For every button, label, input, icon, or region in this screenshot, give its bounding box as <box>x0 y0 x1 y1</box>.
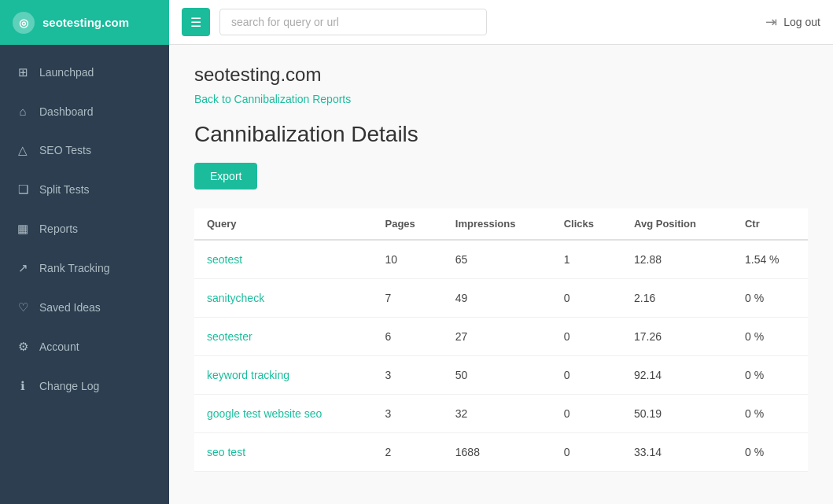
sidebar-label-rank-tracking: Rank Tracking <box>39 262 109 274</box>
sidebar-item-dashboard[interactable]: ⌂ Dashboard <box>0 92 169 131</box>
clicks-cell: 0 <box>551 433 621 472</box>
pages-cell: 3 <box>373 395 443 433</box>
search-input[interactable] <box>219 9 487 35</box>
ctr-cell: 1.54 % <box>732 240 808 279</box>
sidebar: ◎ seotesting.com ⊞ Launchpad ⌂ Dashboard… <box>0 0 169 504</box>
table-row: seotester 6 27 0 17.26 0 % <box>194 318 808 356</box>
sidebar-item-reports[interactable]: ▦ Reports <box>0 209 169 248</box>
impressions-cell: 32 <box>443 395 551 433</box>
col-header-query: Query <box>194 208 373 240</box>
sidebar-item-change-log[interactable]: ℹ Change Log <box>0 366 169 406</box>
query-cell[interactable]: google test website seo <box>194 395 373 433</box>
split-tests-icon: ❑ <box>16 182 30 197</box>
impressions-cell: 65 <box>443 240 551 279</box>
account-icon: ⚙ <box>16 340 30 354</box>
table-row: google test website seo 3 32 0 50.19 0 % <box>194 395 808 433</box>
sidebar-item-split-tests[interactable]: ❑ Split Tests <box>0 170 169 209</box>
sidebar-label-dashboard: Dashboard <box>39 105 94 118</box>
impressions-cell: 1688 <box>443 433 551 472</box>
sidebar-item-saved-ideas[interactable]: ♡ Saved Ideas <box>0 288 169 327</box>
sidebar-nav: ⊞ Launchpad ⌂ Dashboard △ SEO Tests ❑ Sp… <box>0 45 169 406</box>
avg-position-cell: 17.26 <box>621 318 732 356</box>
site-title: seotesting.com <box>194 64 808 86</box>
ctr-cell: 0 % <box>732 279 808 318</box>
change-log-icon: ℹ <box>16 379 30 393</box>
col-header-avg-position: Avg Position <box>621 208 732 240</box>
table-header: Query Pages Impressions Clicks Avg Posit… <box>194 208 808 240</box>
col-header-ctr: Ctr <box>732 208 808 240</box>
col-header-clicks: Clicks <box>551 208 621 240</box>
breadcrumb-link[interactable]: Back to Cannibalization Reports <box>194 93 351 105</box>
main-area: ☰ ⇥ Log out seotesting.com Back to Canni… <box>169 0 833 504</box>
pages-cell: 3 <box>373 356 443 395</box>
dashboard-icon: ⌂ <box>16 105 30 118</box>
logout-button[interactable]: ⇥ Log out <box>765 13 820 31</box>
sidebar-label-change-log: Change Log <box>39 380 99 392</box>
query-cell[interactable]: seo test <box>194 433 373 472</box>
sidebar-item-seo-tests[interactable]: △ SEO Tests <box>0 131 169 170</box>
clicks-cell: 0 <box>551 318 621 356</box>
reports-icon: ▦ <box>16 222 30 236</box>
logo[interactable]: ◎ seotesting.com <box>0 0 169 45</box>
logout-label: Log out <box>783 16 820 28</box>
sidebar-item-launchpad[interactable]: ⊞ Launchpad <box>0 53 169 92</box>
rank-tracking-icon: ↗ <box>16 261 30 275</box>
menu-button[interactable]: ☰ <box>182 8 210 36</box>
pages-cell: 6 <box>373 318 443 356</box>
page-title: Cannibalization Details <box>194 122 808 147</box>
sidebar-item-account[interactable]: ⚙ Account <box>0 327 169 366</box>
sidebar-label-seo-tests: SEO Tests <box>39 144 91 156</box>
cannibalization-table: Query Pages Impressions Clicks Avg Posit… <box>194 208 808 472</box>
impressions-cell: 49 <box>443 279 551 318</box>
table-row: seo test 2 1688 0 33.14 0 % <box>194 433 808 472</box>
query-cell[interactable]: seotester <box>194 318 373 356</box>
avg-position-cell: 2.16 <box>621 279 732 318</box>
content-area: seotesting.com Back to Cannibalization R… <box>169 45 833 504</box>
launchpad-icon: ⊞ <box>16 65 30 79</box>
avg-position-cell: 92.14 <box>621 356 732 395</box>
avg-position-cell: 12.88 <box>621 240 732 279</box>
clicks-cell: 1 <box>551 240 621 279</box>
seo-tests-icon: △ <box>16 143 30 157</box>
clicks-cell: 0 <box>551 356 621 395</box>
ctr-cell: 0 % <box>732 356 808 395</box>
table-body: seotest 10 65 1 12.88 1.54 % sanitycheck… <box>194 240 808 472</box>
pages-cell: 10 <box>373 240 443 279</box>
logout-icon: ⇥ <box>765 13 777 31</box>
col-header-pages: Pages <box>373 208 443 240</box>
avg-position-cell: 50.19 <box>621 395 732 433</box>
table-row: sanitycheck 7 49 0 2.16 0 % <box>194 279 808 318</box>
pages-cell: 7 <box>373 279 443 318</box>
sidebar-label-saved-ideas: Saved Ideas <box>39 301 101 314</box>
table-row: seotest 10 65 1 12.88 1.54 % <box>194 240 808 279</box>
sidebar-item-rank-tracking[interactable]: ↗ Rank Tracking <box>0 248 169 288</box>
sidebar-label-account: Account <box>39 340 79 353</box>
ctr-cell: 0 % <box>732 395 808 433</box>
pages-cell: 2 <box>373 433 443 472</box>
table-row: keyword tracking 3 50 0 92.14 0 % <box>194 356 808 395</box>
ctr-cell: 0 % <box>732 433 808 472</box>
ctr-cell: 0 % <box>732 318 808 356</box>
logo-icon: ◎ <box>13 12 35 34</box>
impressions-cell: 50 <box>443 356 551 395</box>
topbar: ☰ ⇥ Log out <box>169 0 833 45</box>
export-button[interactable]: Export <box>194 163 257 189</box>
query-cell[interactable]: sanitycheck <box>194 279 373 318</box>
sidebar-label-launchpad: Launchpad <box>39 66 94 79</box>
clicks-cell: 0 <box>551 395 621 433</box>
avg-position-cell: 33.14 <box>621 433 732 472</box>
sidebar-label-split-tests: Split Tests <box>39 183 90 196</box>
impressions-cell: 27 <box>443 318 551 356</box>
query-cell[interactable]: seotest <box>194 240 373 279</box>
saved-ideas-icon: ♡ <box>16 300 30 315</box>
clicks-cell: 0 <box>551 279 621 318</box>
col-header-impressions: Impressions <box>443 208 551 240</box>
query-cell[interactable]: keyword tracking <box>194 356 373 395</box>
logo-text: seotesting.com <box>42 16 129 29</box>
sidebar-label-reports: Reports <box>39 223 78 235</box>
